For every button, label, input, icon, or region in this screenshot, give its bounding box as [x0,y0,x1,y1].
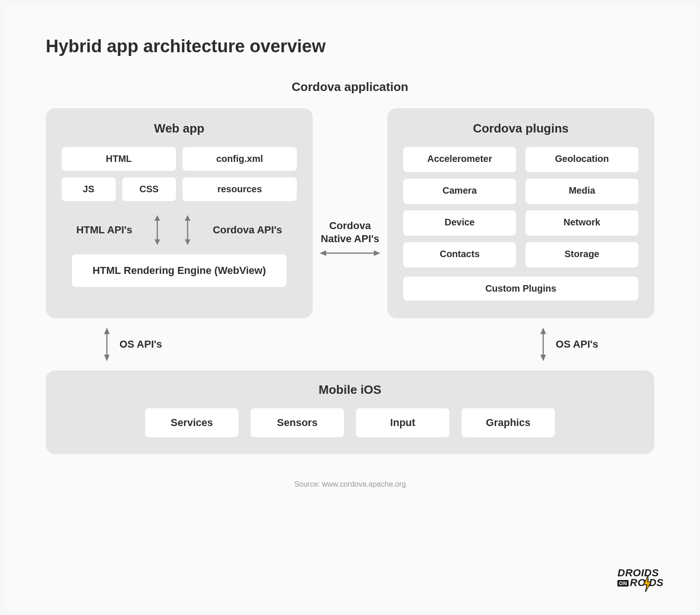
svg-marker-10 [104,328,110,334]
box-rendering-engine: HTML Rendering Engine (WebView) [72,254,287,287]
box-device: Device [403,210,516,236]
double-arrow-icon [182,215,193,245]
box-contacts: Contacts [403,242,516,267]
logo-line2: ONROIDS [617,578,664,588]
os-apis-row: OS API's OS API's [46,328,654,361]
box-input: Input [356,408,449,437]
diagram-title: Hybrid app architecture overview [46,36,654,56]
box-js: JS [62,177,116,201]
web-app-title: Web app [62,121,297,136]
logo-on: ON [617,580,629,587]
box-html: HTML [62,147,176,171]
mobile-ios-title: Mobile iOS [64,383,636,397]
svg-marker-4 [185,215,190,221]
svg-marker-15 [644,575,651,592]
box-geolocation: Geolocation [525,147,638,172]
double-arrow-horizontal-icon [320,249,380,258]
os-api-left: OS API's [102,328,162,361]
box-sensors: Sensors [251,408,344,437]
svg-marker-8 [374,251,380,256]
html-apis-label: HTML API's [76,224,132,236]
mobile-ios-panel: Mobile iOS Services Sensors Input Graphi… [46,370,654,454]
native-apis-label: Cordova Native API's [313,219,387,245]
bolt-icon [643,575,652,592]
os-apis-label: OS API's [119,338,162,350]
cordova-plugins-panel: Cordova plugins Accelerometer Geolocatio… [387,108,654,318]
cordova-app-label: Cordova application [46,80,654,94]
box-config-xml: config.xml [182,147,297,171]
box-media: Media [525,179,638,204]
svg-marker-7 [320,251,326,256]
box-custom-plugins: Custom Plugins [403,277,638,301]
droids-on-roids-logo: DROIDS ONROIDS [617,568,664,588]
os-api-right: OS API's [538,328,598,361]
top-row: Web app HTML config.xml JS CSS resources… [46,108,654,318]
native-apis-connector: Cordova Native API's [313,219,387,258]
os-apis-label: OS API's [556,338,598,350]
svg-marker-2 [154,239,160,245]
box-accelerometer: Accelerometer [403,147,516,172]
box-network: Network [525,210,638,236]
web-app-panel: Web app HTML config.xml JS CSS resources… [46,108,313,318]
double-arrow-icon [102,328,112,361]
box-storage: Storage [525,242,638,267]
svg-marker-13 [540,328,546,334]
svg-marker-5 [185,239,190,245]
web-app-api-row: HTML API's Cordova API's [62,210,297,254]
web-app-grid: HTML config.xml JS CSS resources [62,147,297,201]
box-resources: resources [182,177,297,201]
svg-marker-11 [104,355,110,361]
double-arrow-icon [538,328,548,361]
mobile-ios-grid: Services Sensors Input Graphics [64,408,636,437]
diagram-canvas: Hybrid app architecture overview Cordova… [4,4,696,611]
source-text: Source: www.cordova.apache.org [46,480,654,489]
box-css: CSS [122,177,176,201]
cordova-plugins-title: Cordova plugins [403,121,638,136]
double-arrow-icon [152,215,162,245]
plugins-grid: Accelerometer Geolocation Camera Media D… [403,147,638,267]
cordova-apis-label: Cordova API's [213,224,282,236]
svg-marker-1 [154,215,160,221]
svg-marker-14 [540,355,546,361]
box-camera: Camera [403,179,516,204]
box-services: Services [145,408,238,437]
box-graphics: Graphics [462,408,555,437]
